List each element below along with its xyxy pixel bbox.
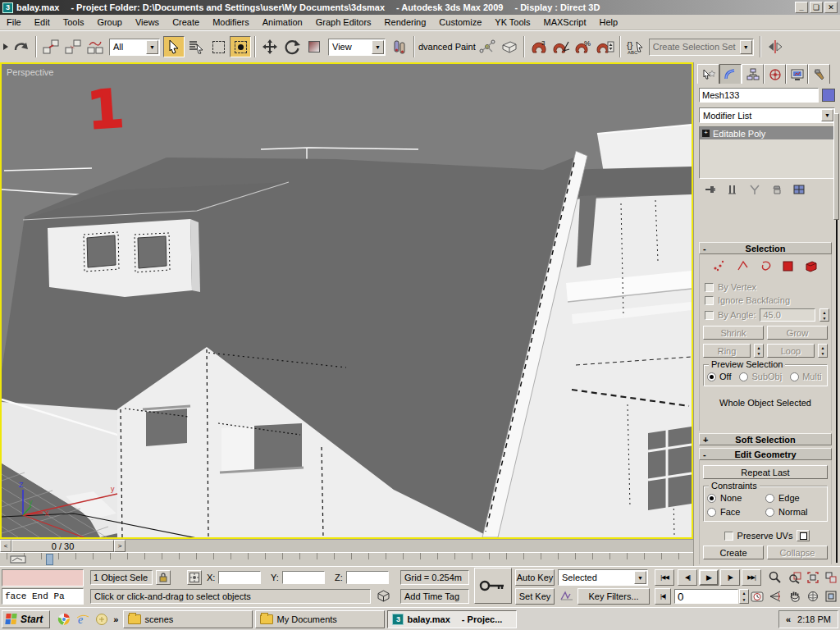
menu-modifiers[interactable]: Modifiers	[206, 16, 256, 29]
preview-off-radio[interactable]	[707, 372, 716, 381]
angle-snap-icon[interactable]	[550, 36, 572, 57]
z-coordinate-field[interactable]	[346, 571, 389, 584]
repeat-last-button[interactable]: Repeat Last	[703, 465, 828, 479]
key-mode-combo[interactable]: Selected ▼	[558, 569, 648, 586]
time-next-button[interactable]: >	[114, 540, 126, 552]
tab-modify-icon[interactable]	[719, 64, 742, 84]
chrome-icon[interactable]	[57, 612, 71, 627]
paint-toolbar-label[interactable]: dvanced Paint	[418, 42, 476, 52]
select-and-scale-icon[interactable]	[304, 36, 325, 57]
menu-file[interactable]: File	[0, 16, 28, 29]
time-slider-handle[interactable]: 0 / 30	[11, 540, 114, 552]
play-button[interactable]: ▶	[699, 569, 719, 586]
next-frame-button[interactable]: ||▶	[720, 569, 740, 586]
perspective-viewport[interactable]: Perspective	[0, 62, 693, 539]
loop-button[interactable]: Loop	[767, 344, 815, 358]
field-of-view-icon[interactable]	[766, 588, 784, 605]
go-to-start-button[interactable]: |◀◀	[655, 569, 674, 586]
y-coordinate-field[interactable]	[282, 571, 325, 584]
edit-geometry-collapse-icon[interactable]: -	[703, 450, 706, 459]
menu-help[interactable]: Help	[593, 16, 625, 29]
select-by-name-icon[interactable]	[185, 36, 207, 57]
tab-hierarchy-icon[interactable]	[742, 64, 764, 84]
create-button[interactable]: Create	[703, 546, 764, 559]
constraint-none-radio[interactable]	[707, 494, 716, 503]
maximize-viewport-icon[interactable]	[822, 588, 840, 605]
select-and-move-icon[interactable]	[259, 36, 281, 57]
previous-frame-button[interactable]: ◀||	[678, 569, 697, 586]
selection-collapse-icon[interactable]: -	[703, 244, 706, 253]
soft-selection-expand-icon[interactable]: +	[703, 435, 708, 445]
time-configuration-icon[interactable]	[748, 588, 766, 605]
internet-explorer-icon[interactable]: e	[75, 612, 90, 627]
menu-edit[interactable]: Edit	[28, 16, 57, 29]
minimize-button[interactable]: _	[795, 2, 808, 13]
quick-launch-app-icon[interactable]	[94, 612, 109, 627]
loop-spinner[interactable]: ▲▼	[818, 344, 828, 358]
zoom-all-icon[interactable]	[786, 569, 804, 586]
menu-rendering[interactable]: Rendering	[378, 16, 433, 29]
key-mode-arrow-icon[interactable]: ▼	[634, 571, 646, 584]
selection-rollout-header[interactable]: - Selection	[699, 242, 832, 254]
panel-scrollbar-thumb[interactable]	[833, 113, 839, 220]
bind-to-space-warp-icon[interactable]	[84, 36, 106, 57]
menu-create[interactable]: Create	[166, 16, 206, 29]
grow-button[interactable]: Grow	[767, 326, 828, 340]
preview-subobj-radio[interactable]	[739, 372, 748, 381]
modifier-list-arrow-icon[interactable]: ▼	[821, 109, 833, 121]
shrink-button[interactable]: Shrink	[703, 326, 764, 340]
macro-recorder-field[interactable]	[2, 569, 84, 587]
ring-spinner[interactable]: ▲▼	[754, 344, 764, 358]
frame-marker[interactable]	[46, 554, 53, 565]
tray-chevron[interactable]: «	[786, 614, 791, 624]
zoom-extents-all-icon[interactable]	[822, 569, 840, 586]
named-selection-set-arrow-icon[interactable]: ▼	[740, 40, 752, 54]
angle-value-field[interactable]: 45.0	[760, 308, 815, 322]
soft-selection-rollout-header[interactable]: + Soft Selection	[699, 433, 832, 445]
tab-display-icon[interactable]	[786, 64, 808, 84]
task-my-documents[interactable]: My Documents	[255, 610, 385, 628]
mini-curve-editor-icon[interactable]	[10, 555, 28, 564]
show-end-result-icon[interactable]	[723, 182, 742, 197]
window-crossing-toggle-icon[interactable]	[230, 36, 251, 57]
add-time-tag[interactable]: Add Time Tag	[400, 589, 469, 604]
menu-tools[interactable]: Tools	[57, 16, 91, 29]
rectangular-selection-region-icon[interactable]	[208, 36, 229, 57]
viewport-canvas[interactable]: Z X y y 1	[2, 64, 692, 537]
by-angle-checkbox[interactable]	[705, 311, 714, 320]
task-3dsmax[interactable]: 3 balay.max - Projec...	[387, 610, 517, 628]
maxscript-mini-listener[interactable]: face End Pa	[2, 588, 84, 605]
modifier-list-combo[interactable]: Modifier List ▼	[699, 107, 835, 123]
percent-snap-icon[interactable]: %	[573, 36, 594, 57]
tab-motion-icon[interactable]	[764, 64, 786, 84]
object-name-field[interactable]: Mesh133	[699, 88, 819, 103]
select-and-link-icon[interactable]	[40, 36, 62, 57]
object-color-swatch[interactable]	[822, 89, 835, 102]
tab-create-icon[interactable]	[697, 64, 719, 84]
preview-multi-radio[interactable]	[790, 372, 799, 381]
isolation-cube-icon[interactable]	[374, 588, 392, 604]
menu-graph-editors[interactable]: Graph Editors	[309, 16, 378, 29]
task-scenes[interactable]: scenes	[123, 610, 253, 628]
auto-key-button[interactable]: Auto Key	[515, 569, 555, 586]
select-object-button[interactable]	[163, 36, 185, 57]
menu-customize[interactable]: Customize	[432, 16, 488, 29]
keyboard-override-icon[interactable]	[499, 36, 520, 57]
menu-maxscript[interactable]: MAXScript	[537, 16, 593, 29]
make-unique-icon[interactable]	[745, 182, 765, 197]
menu-group[interactable]: Group	[90, 16, 129, 29]
reference-coordinate-arrow-icon[interactable]: ▼	[372, 40, 384, 54]
ring-button[interactable]: Ring	[703, 344, 751, 358]
selection-lock-icon[interactable]	[156, 570, 171, 585]
snaps-toggle-icon[interactable]: 3	[528, 36, 550, 57]
preserve-uvs-checkbox[interactable]	[724, 532, 733, 541]
edit-geometry-rollout-header[interactable]: - Edit Geometry	[699, 448, 832, 460]
vertex-mode-icon[interactable]	[712, 259, 727, 274]
named-selection-sets-icon[interactable]: {}ABC	[624, 36, 646, 57]
spinner-snap-icon[interactable]	[595, 36, 616, 57]
go-to-end-button[interactable]: ▶▶|	[742, 569, 761, 586]
select-and-manipulate-icon[interactable]	[477, 36, 498, 57]
frame-number-field[interactable]	[674, 589, 738, 604]
pan-hand-icon[interactable]	[786, 588, 804, 605]
unlink-selection-icon[interactable]	[62, 36, 84, 57]
